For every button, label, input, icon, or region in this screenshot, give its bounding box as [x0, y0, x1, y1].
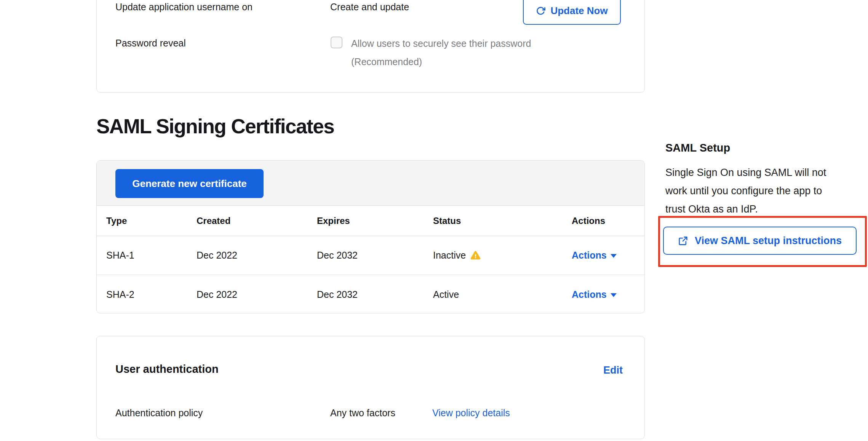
username-update-value: Create and update — [330, 2, 409, 13]
cell-expires: Dec 2032 — [307, 289, 424, 300]
user-authentication-card: User authentication Edit Authentication … — [96, 336, 645, 439]
update-now-button[interactable]: Update Now — [523, 0, 621, 25]
external-link-icon — [678, 236, 688, 246]
column-header-actions: Actions — [562, 216, 644, 226]
view-saml-setup-instructions-button[interactable]: View SAML setup instructions — [663, 227, 857, 255]
column-header-created: Created — [187, 216, 307, 226]
actions-menu-trigger[interactable]: Actions — [562, 250, 644, 261]
cell-status: Active — [424, 289, 562, 300]
actions-label: Actions — [572, 250, 607, 261]
edit-link[interactable]: Edit — [603, 364, 623, 376]
table-row: SHA-2 Dec 2022 Dec 2032 Active Actions — [97, 275, 644, 313]
actions-menu-trigger[interactable]: Actions — [562, 289, 644, 300]
cell-type: SHA-2 — [97, 289, 187, 300]
saml-certificates-card: Generate new certificate Type Created Ex… — [96, 160, 645, 313]
saml-setup-description: Single Sign On using SAML will not work … — [665, 163, 826, 218]
authentication-policy-value: Any two factors — [330, 407, 395, 419]
generate-certificate-button[interactable]: Generate new certificate — [115, 169, 264, 198]
user-authentication-heading: User authentication — [115, 363, 219, 375]
cell-created: Dec 2022 — [187, 250, 307, 261]
saml-setup-heading: SAML Setup — [665, 142, 730, 154]
status-text: Inactive — [433, 250, 466, 261]
saml-certificates-heading: SAML Signing Certificates — [96, 115, 334, 138]
description-line: work until you configure the app to — [665, 182, 826, 200]
password-reveal-checkbox-note: (Recommended) — [351, 56, 422, 67]
saml-instructions-label: View SAML setup instructions — [695, 235, 842, 247]
cell-status: Inactive — [424, 250, 562, 261]
password-reveal-label: Password reveal — [115, 38, 186, 49]
chevron-down-icon — [611, 254, 617, 258]
password-reveal-checkbox-label: Allow users to securely see their passwo… — [351, 38, 531, 49]
description-line: trust Okta as an IdP. — [665, 200, 826, 218]
cell-type: SHA-1 — [97, 250, 187, 261]
page: Update application username on Create an… — [0, 0, 868, 441]
provisioning-card: Update application username on Create an… — [96, 0, 645, 93]
table-header-row: Type Created Expires Status Actions — [97, 206, 644, 236]
username-update-label: Update application username on — [115, 2, 253, 13]
certificates-table: Type Created Expires Status Actions SHA-… — [97, 206, 644, 313]
view-policy-details-link[interactable]: View policy details — [432, 407, 510, 419]
password-reveal-checkbox[interactable] — [331, 37, 342, 48]
warning-icon — [470, 251, 481, 260]
authentication-policy-label: Authentication policy — [115, 407, 203, 419]
column-header-type: Type — [97, 216, 187, 226]
column-header-status: Status — [424, 216, 562, 226]
column-header-expires: Expires — [307, 216, 424, 226]
cell-created: Dec 2022 — [187, 289, 307, 300]
table-row: SHA-1 Dec 2022 Dec 2032 Inactive Actions — [97, 236, 644, 275]
chevron-down-icon — [611, 293, 617, 297]
status-text: Active — [433, 289, 459, 300]
description-line: Single Sign On using SAML will not — [665, 163, 826, 182]
update-now-label: Update Now — [550, 5, 607, 17]
refresh-icon — [536, 6, 545, 16]
actions-label: Actions — [572, 289, 607, 300]
cell-expires: Dec 2032 — [307, 250, 424, 261]
